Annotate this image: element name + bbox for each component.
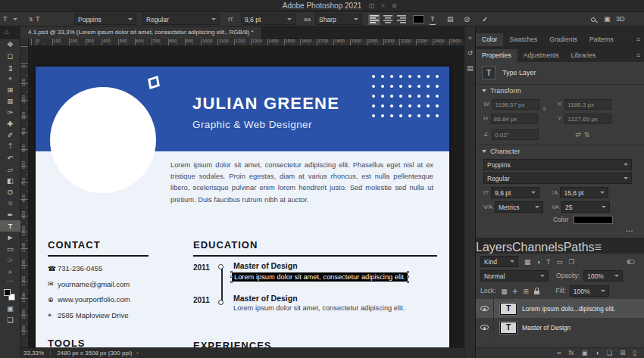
filter-icon-0[interactable]: ▦ [524,258,530,266]
layer-thumbnail[interactable]: T [500,322,517,334]
tool-frame[interactable]: ⊠ [0,95,20,107]
flip-vertical-icon[interactable]: ⇅ [584,132,590,139]
tool-move[interactable]: ✥ [0,39,20,50]
tool-clone-stamp[interactable]: ⍑ [0,141,20,152]
transform-handle[interactable] [230,271,233,273]
filter-icon-3[interactable]: ▭ [556,258,562,266]
workspace-switcher-icon[interactable]: ▣ [604,14,611,25]
opacity-select[interactable]: 100% [583,270,623,282]
tool-gradient[interactable]: ◧ [0,175,20,186]
3d-button[interactable]: 3D [616,14,625,25]
transform-section-header[interactable]: Transform [482,87,521,95]
character-section-header[interactable]: Character [482,148,521,155]
tool-marquee[interactable]: ◻ [0,50,20,61]
tool-type[interactable]: T [0,220,20,232]
canvas[interactable]: JULIAN GREENE Graphic & Web Designer Lor… [29,46,464,347]
selected-text-layer[interactable]: Lorem ipsum dolor sit amet, consectetur … [232,272,408,282]
char-leading-select[interactable]: 15,6 pt [560,187,608,198]
lock-all-icon[interactable] [534,291,539,294]
tab-adjustments[interactable]: Adjustments [517,49,565,62]
angle-field[interactable]: 0.02° [492,129,539,140]
tab-paths[interactable]: Paths [564,241,595,254]
text-color-swatch[interactable] [413,14,424,25]
tab-swatches[interactable]: Swatches [503,33,543,46]
layer-name[interactable]: Lorem ipsum dolo...dipiscing elit. [522,305,615,313]
tool-blur[interactable]: ʘ [0,186,20,198]
tool-shape[interactable]: ▭ [0,243,20,254]
flip-horizontal-icon[interactable]: ⇄ [575,132,581,139]
layers-footer-icon-1[interactable]: fx [569,350,574,356]
layer-row[interactable]: T Master of Design [476,318,644,337]
char-kerning-select[interactable]: Metrics [495,201,543,213]
edit-toolbar-icon[interactable]: ⋯ [0,277,20,286]
filter-icon-1[interactable]: ◑ [536,258,540,266]
layers-footer-icon-3[interactable]: ◑ [595,350,599,356]
status-chevron-icon[interactable]: › [136,350,139,356]
tab-gradients[interactable]: Gradients [543,33,583,46]
align-right-button[interactable] [395,14,408,25]
tool-quick-mask[interactable]: ▣ [0,303,20,314]
tool-zoom[interactable]: ⌕ [0,266,20,277]
char-font-style-select[interactable]: Regular [483,173,632,184]
transform-handle[interactable] [407,271,409,273]
tab-layers[interactable]: Layers [476,241,512,254]
tab-channels[interactable]: Channels [512,241,564,254]
tool-healing-brush[interactable]: ✚ [0,118,20,129]
zoom-level[interactable]: 33,33% [23,350,51,356]
font-size-select[interactable]: 9,6 pt [241,14,295,25]
height-field[interactable]: 86.84 px [491,114,538,124]
char-color-swatch[interactable] [574,216,613,224]
anti-alias-select[interactable]: Sharp [315,14,362,25]
toggle-panels-icon[interactable]: ▤ [447,14,454,25]
char-size-select[interactable]: 9,6 pt [491,187,539,198]
text-orientation-button[interactable]: ⇅ T [29,14,39,25]
x-field[interactable]: 1186.3 px [564,99,611,110]
tool-eraser[interactable]: ▱ [0,163,20,175]
commit-edit-button[interactable]: ✓ [482,14,488,25]
layers-footer-icon-5[interactable]: ⊞ [620,350,625,356]
transform-handle[interactable] [407,276,409,278]
cancel-edit-button[interactable]: ⊘ [464,14,470,25]
panel-menu-icon[interactable]: ≡ [595,241,602,254]
collapsed-panel-icon-1[interactable]: ▤ [464,64,476,72]
home-icon[interactable]: ⌂ [5,28,8,36]
foreground-color-swatch[interactable] [4,289,11,296]
tool-object-selection[interactable]: ⌖ [0,73,20,84]
collapse-panels-icon[interactable]: « [464,34,476,42]
tab-color[interactable]: Color [476,33,503,46]
filter-icon-4[interactable]: ❐ [568,258,574,266]
link-dimensions-icon[interactable]: ∞ [541,107,549,111]
transform-handle[interactable] [407,281,409,283]
visibility-cell[interactable] [476,299,494,318]
blend-mode-select[interactable]: Normal [480,270,549,282]
lock-icon-2[interactable]: ⊞ [523,288,528,295]
align-center-button[interactable] [382,14,394,25]
layer-name[interactable]: Master of Design [522,324,571,332]
layers-footer-icon-0[interactable]: ∞ [557,350,561,356]
tool-crop[interactable]: ⊞ [0,84,20,95]
width-field[interactable]: 1198.57 px [492,99,539,110]
layer-thumbnail[interactable]: T [500,303,517,315]
layers-footer-icon-4[interactable]: ❏ [607,350,613,356]
lock-icon-0[interactable]: ▦ [501,288,507,295]
transform-handle[interactable] [230,276,233,278]
y-field[interactable]: 1227.69 px [564,114,611,124]
layers-footer-icon-2[interactable]: ▣ [581,350,587,356]
filter-toggle[interactable] [627,260,635,264]
visibility-cell[interactable] [476,318,494,337]
more-options[interactable]: ... [626,226,633,233]
color-wells[interactable] [0,288,20,303]
tool-path-selection[interactable]: ► [0,232,20,243]
layer-row[interactable]: T Lorem ipsum dolo...dipiscing elit. [476,299,644,318]
tool-brush[interactable]: ✐ [0,129,20,141]
layers-footer-icon-6[interactable]: ▯ [633,350,636,356]
tool-lasso[interactable]: ʓ [0,61,20,73]
collapsed-panel-icon-0[interactable]: ↺ [464,49,476,57]
tool-pen[interactable]: ✒ [0,209,20,220]
panel-menu-icon[interactable]: ≡ [636,49,640,62]
tool-history-brush[interactable]: ↶ [0,152,20,163]
filter-icon-2[interactable]: T [546,258,550,266]
tool-preset[interactable]: T [3,14,17,25]
document-tab[interactable]: 4.1.psd @ 33,3% (Lorem ipsum dolor sit a… [20,26,262,39]
tool-hand[interactable]: ☞ [0,254,20,266]
